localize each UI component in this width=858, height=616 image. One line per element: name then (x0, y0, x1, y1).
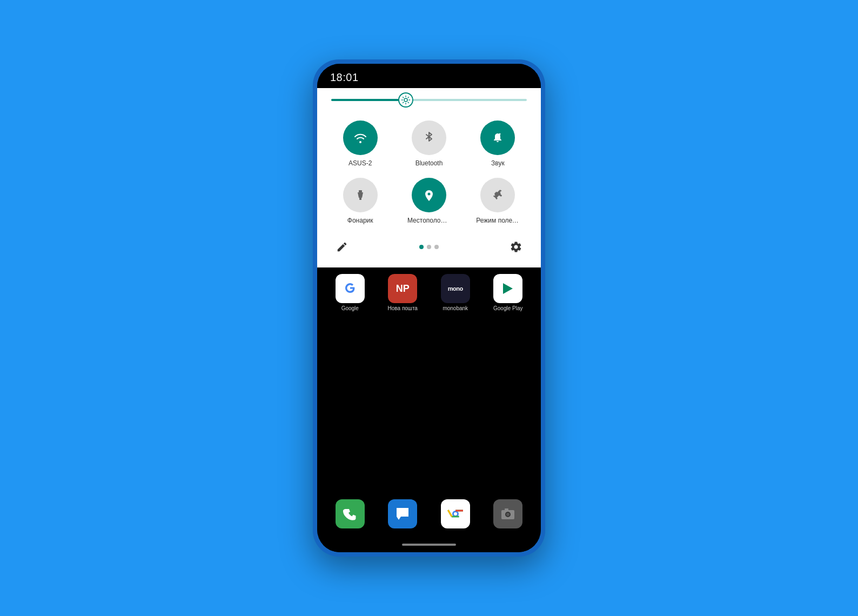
flashlight-button[interactable] (343, 178, 378, 212)
phone-app-icon[interactable] (336, 499, 365, 528)
wifi-icon (352, 129, 369, 146)
dot-3 (434, 245, 439, 249)
phone-frame: 18:01 (313, 59, 545, 557)
svg-point-0 (404, 98, 407, 102)
svg-point-6 (454, 512, 457, 515)
app-monobank[interactable]: mono monobank (431, 274, 480, 311)
edit-button[interactable] (332, 237, 352, 257)
location-icon (420, 186, 438, 204)
brightness-track[interactable] (331, 99, 527, 101)
svg-point-9 (506, 513, 510, 516)
home-bar[interactable] (402, 544, 456, 546)
bluetooth-icon (420, 129, 438, 146)
google-logo (341, 280, 359, 297)
sound-label: Звук (491, 159, 505, 167)
app-nova-poshta[interactable]: NP Нова пошта (379, 274, 427, 311)
quick-settings-panel: ASUS-2 Bluetooth Звук (317, 88, 541, 267)
airplane-button[interactable] (480, 178, 515, 212)
google-label: Google (341, 305, 359, 311)
wifi-button[interactable] (343, 120, 378, 155)
location-button[interactable] (412, 178, 446, 212)
svg-point-4 (427, 193, 430, 196)
settings-icon (510, 240, 522, 253)
chat-icon (394, 506, 411, 522)
airplane-label: Режим полет... (476, 217, 519, 224)
nova-poshta-icon[interactable]: NP (388, 274, 417, 303)
tile-bluetooth[interactable]: Bluetooth (397, 116, 461, 171)
wifi-label: ASUS-2 (348, 159, 372, 167)
monobank-label: monobank (443, 305, 468, 311)
camera-logo (500, 506, 515, 521)
app-messages[interactable] (379, 499, 427, 528)
flashlight-icon (352, 186, 369, 204)
status-time: 18:01 (330, 71, 359, 84)
google-icon[interactable] (336, 274, 365, 303)
dot-2 (427, 245, 431, 249)
location-label: Местоположе... (407, 217, 451, 224)
home-indicator (317, 537, 541, 552)
brightness-fill (331, 99, 406, 101)
app-area: Google NP Нова пошта mono monobank (317, 267, 541, 537)
sound-icon (489, 129, 506, 146)
svg-rect-10 (505, 508, 508, 510)
settings-button[interactable] (506, 237, 526, 257)
app-row-1: Google NP Нова пошта mono monobank (326, 274, 532, 311)
tile-location[interactable]: Местоположе... (397, 173, 461, 229)
app-google[interactable]: Google (326, 274, 374, 311)
play-logo (500, 281, 515, 296)
monobank-icon[interactable]: mono (441, 274, 470, 303)
bluetooth-label: Bluetooth (415, 159, 443, 167)
bluetooth-button[interactable] (412, 120, 446, 155)
status-bar: 18:01 (317, 64, 541, 88)
tile-flashlight[interactable]: Фонарик (328, 173, 392, 229)
svg-point-1 (499, 133, 501, 135)
brightness-thumb[interactable] (398, 92, 413, 108)
google-play-label: Google Play (493, 305, 522, 311)
nova-poshta-text: NP (396, 283, 410, 294)
brightness-icon (401, 95, 411, 105)
tile-wifi[interactable]: ASUS-2 (328, 116, 392, 171)
app-row-2 (326, 499, 532, 528)
svg-rect-2 (359, 190, 362, 192)
qs-bottom-bar (328, 235, 530, 259)
app-google-play[interactable]: Google Play (484, 274, 533, 311)
svg-rect-3 (359, 198, 361, 200)
tile-sound[interactable]: Звук (466, 116, 530, 171)
page-dots (419, 245, 439, 249)
sound-button[interactable] (480, 120, 515, 155)
google-play-icon[interactable] (493, 274, 522, 303)
nova-poshta-label: Нова пошта (388, 305, 418, 311)
app-phone[interactable] (326, 499, 374, 528)
phone-icon (342, 506, 358, 522)
chrome-icon[interactable] (441, 499, 470, 528)
messages-icon[interactable] (388, 499, 417, 528)
tiles-grid: ASUS-2 Bluetooth Звук (328, 116, 530, 229)
dot-1 (419, 245, 424, 249)
airplane-icon (489, 186, 506, 204)
monobank-text: mono (448, 285, 463, 292)
edit-icon (336, 241, 348, 253)
tile-airplane[interactable]: Режим полет... (466, 173, 530, 229)
flashlight-label: Фонарик (347, 217, 373, 224)
brightness-row[interactable] (328, 99, 530, 101)
app-camera[interactable] (484, 499, 533, 528)
chrome-logo (447, 506, 464, 522)
phone-screen: 18:01 (317, 64, 541, 552)
app-chrome[interactable] (431, 499, 480, 528)
camera-icon[interactable] (493, 499, 522, 528)
